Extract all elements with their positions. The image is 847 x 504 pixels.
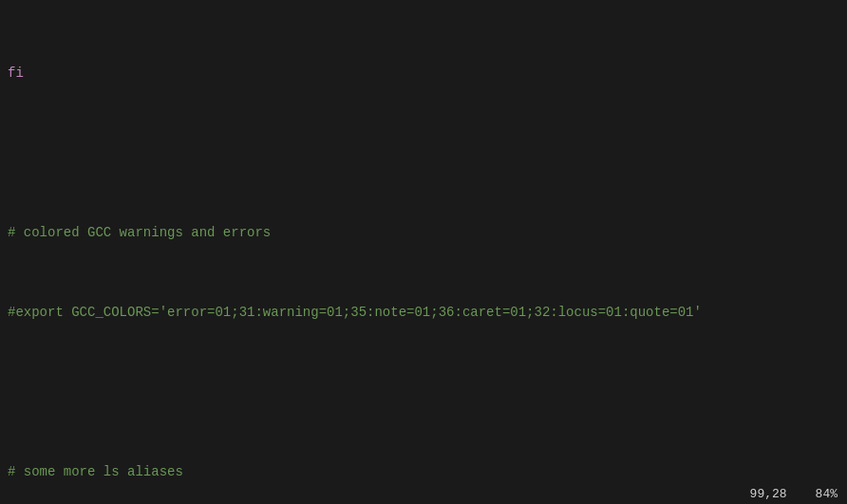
- line-fi-text: fi: [8, 65, 24, 81]
- line-empty-2: [8, 383, 839, 402]
- line-comment-gcc: # colored GCC warnings and errors: [8, 223, 839, 243]
- line-empty-1: [8, 143, 839, 163]
- status-bar: 99,28 84%: [0, 483, 847, 504]
- scroll-percent: 84%: [816, 487, 838, 501]
- status-bar-right: 99,28 84%: [750, 487, 838, 501]
- editor-container: fi # colored GCC warnings and errors #ex…: [0, 0, 847, 504]
- line-export-gcc: #export GCC_COLORS='error=01;31:warning=…: [8, 303, 839, 323]
- code-area: fi # colored GCC warnings and errors #ex…: [0, 0, 847, 504]
- line-comment-ls: # some more ls aliases: [8, 462, 839, 482]
- line-fi: fi: [8, 64, 839, 84]
- cursor-position: 99,28: [750, 487, 787, 501]
